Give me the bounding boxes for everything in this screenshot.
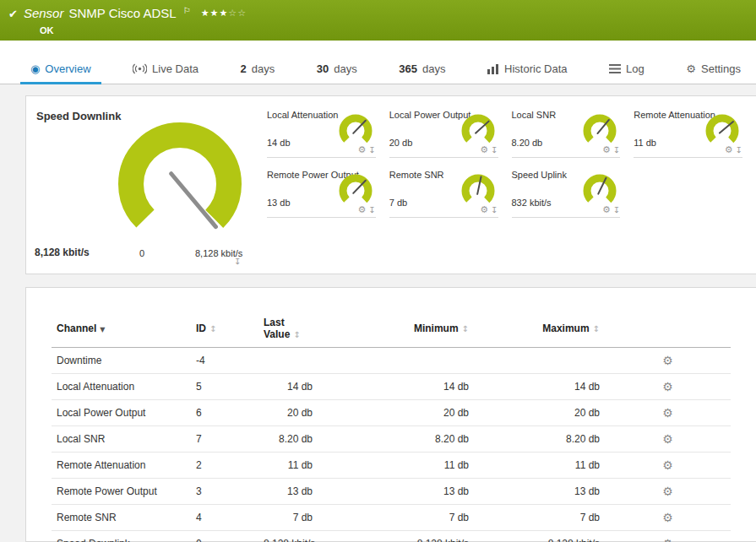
tab-live-data[interactable]: Live Data bbox=[128, 54, 204, 84]
log-icon bbox=[609, 64, 621, 73]
tab-settings[interactable]: ⚙ Settings bbox=[681, 54, 746, 84]
channel-name: Local Power Output bbox=[52, 400, 191, 426]
pin-icon[interactable]: ↧ bbox=[736, 145, 742, 154]
mini-gauge-footer: ⚙ ↧ bbox=[480, 204, 498, 215]
channel-minimum: 20 db bbox=[318, 400, 474, 426]
gear-icon[interactable]: ⚙ bbox=[357, 204, 366, 215]
tab-label: Log bbox=[626, 62, 645, 75]
col-header-id[interactable]: ID↕ bbox=[191, 310, 258, 348]
pin-icon[interactable]: ↧ bbox=[613, 145, 620, 154]
gear-icon[interactable]: ⚙ bbox=[602, 204, 611, 215]
gear-icon[interactable]: ⚙ bbox=[357, 144, 366, 155]
tab-label: Overview bbox=[45, 62, 90, 75]
channel-settings-icon[interactable]: ⚙ bbox=[662, 354, 673, 367]
channel-minimum: 7 db bbox=[318, 505, 474, 531]
historic-data-icon bbox=[487, 64, 499, 74]
col-header-label: Last Value bbox=[264, 317, 290, 340]
col-header-label: Minimum bbox=[414, 322, 459, 334]
col-header-last-value[interactable]: Last Value↕ bbox=[258, 310, 318, 348]
gear-icon[interactable]: ⚙ bbox=[480, 204, 488, 215]
flag-icon[interactable]: ⚐ bbox=[183, 3, 191, 18]
mini-gauge-value: 832 kbit/s bbox=[512, 198, 552, 208]
channel-name: Downtime bbox=[52, 348, 191, 374]
channel-settings-icon[interactable]: ⚙ bbox=[662, 432, 673, 446]
gear-icon[interactable]: ⚙ bbox=[725, 144, 733, 155]
channel-id: 7 bbox=[191, 426, 258, 453]
channel-maximum: 8,128 kbit/s bbox=[474, 531, 605, 542]
channel-name: Local SNR bbox=[52, 426, 191, 453]
channel-maximum bbox=[474, 348, 605, 374]
channel-minimum bbox=[318, 348, 474, 374]
col-header-channel[interactable]: Channel▼ bbox=[52, 310, 191, 348]
channel-name: Remote Attenuation bbox=[52, 453, 191, 479]
status-ok-check-icon: ✔ bbox=[8, 8, 18, 20]
channel-maximum: 7 db bbox=[474, 505, 605, 531]
channel-last-value: 11 db bbox=[258, 453, 318, 479]
channel-id: 5 bbox=[191, 374, 258, 400]
col-header-label: Channel bbox=[57, 322, 96, 334]
mini-gauge-cell: Local SNR 8.20 db ⚙ ↧ bbox=[512, 108, 621, 158]
tab-historic-data[interactable]: Historic Data bbox=[482, 54, 572, 84]
pin-icon[interactable]: ↧ bbox=[491, 145, 498, 154]
mini-gauge-cell: Remote Power Output 13 db ⚙ ↧ bbox=[267, 168, 376, 218]
channel-minimum: 11 db bbox=[318, 453, 474, 479]
gear-icon[interactable]: ⚙ bbox=[602, 144, 611, 155]
sort-icon: ↕ bbox=[293, 330, 300, 339]
mini-gauge-footer: ⚙ ↧ bbox=[480, 144, 498, 155]
channel-id: 3 bbox=[191, 479, 258, 505]
tab-label: days bbox=[422, 62, 445, 75]
table-row: Downtime -4 ⚙ bbox=[52, 348, 731, 374]
col-header-maximum[interactable]: Maximum↕ bbox=[474, 310, 605, 348]
tab-30-days[interactable]: 30 days bbox=[312, 54, 362, 84]
table-row: Remote Power Output 3 13 db 13 db 13 db … bbox=[52, 479, 731, 505]
channel-name: Speed Downlink bbox=[52, 531, 191, 542]
channel-settings-icon[interactable]: ⚙ bbox=[662, 485, 673, 498]
table-row: Local Attenuation 5 14 db 14 db 14 db ⚙ bbox=[52, 374, 731, 400]
channel-settings-icon[interactable]: ⚙ bbox=[662, 537, 673, 542]
channels-panel: Channel▼ ID↕ Last Value↕ Minimum↕ Maximu… bbox=[25, 287, 756, 542]
channel-maximum: 11 db bbox=[474, 453, 605, 479]
pin-icon[interactable]: ↧ bbox=[491, 205, 498, 214]
channel-maximum: 20 db bbox=[474, 400, 605, 426]
mini-gauge-footer: ⚙ ↧ bbox=[602, 144, 620, 155]
pin-icon[interactable]: ↧ bbox=[613, 205, 620, 214]
table-row: Remote Attenuation 2 11 db 11 db 11 db ⚙ bbox=[52, 453, 731, 479]
tab-label: Live Data bbox=[152, 62, 199, 75]
stars-filled: ★★★ bbox=[201, 8, 229, 19]
mini-gauge-cell: Remote Attenuation 11 db ⚙ ↧ bbox=[634, 108, 742, 158]
main-gauge-title: Speed Downlink bbox=[36, 110, 121, 122]
channel-settings-icon[interactable]: ⚙ bbox=[662, 406, 673, 420]
channel-minimum: 8,128 kbit/s bbox=[318, 531, 474, 542]
pin-icon[interactable]: ↧ bbox=[234, 257, 241, 266]
pin-icon[interactable]: ↧ bbox=[368, 205, 375, 214]
tab-2-days[interactable]: 2 days bbox=[236, 54, 280, 84]
table-row: Remote SNR 4 7 db 7 db 7 db ⚙ bbox=[52, 505, 731, 531]
prtg-sensor-page: ✔ Sensor SNMP Cisco ADSL ⚐ ★★★☆☆ OK ◉ Ov… bbox=[0, 0, 756, 542]
channel-last-value: 7 db bbox=[258, 505, 318, 531]
col-header-minimum[interactable]: Minimum↕ bbox=[318, 310, 474, 348]
tab-label: Historic Data bbox=[504, 62, 567, 75]
channel-minimum: 13 db bbox=[318, 479, 474, 505]
tab-label-number: 365 bbox=[399, 62, 417, 75]
mini-gauge-cell: Remote SNR 7 db ⚙ ↧ bbox=[389, 168, 498, 218]
tab-overview[interactable]: ◉ Overview bbox=[25, 54, 96, 84]
channel-settings-icon[interactable]: ⚙ bbox=[662, 458, 673, 472]
channel-id: 6 bbox=[191, 400, 258, 426]
priority-stars[interactable]: ★★★☆☆ bbox=[201, 6, 247, 20]
channel-last-value: 13 db bbox=[258, 479, 318, 505]
channel-settings-icon[interactable]: ⚙ bbox=[662, 511, 673, 524]
mini-gauges-grid: Local Attenuation 14 db ⚙ ↧ Local Power … bbox=[267, 108, 742, 218]
mini-gauge-value: 8.20 db bbox=[512, 138, 543, 148]
mini-gauge-footer: ⚙ ↧ bbox=[357, 204, 375, 215]
tab-log[interactable]: Log bbox=[604, 54, 650, 84]
overview-icon: ◉ bbox=[30, 62, 40, 75]
sensor-kind-label: Sensor bbox=[24, 6, 64, 20]
pin-icon[interactable]: ↧ bbox=[368, 145, 375, 154]
tab-365-days[interactable]: 365 days bbox=[394, 54, 450, 84]
channel-settings-icon[interactable]: ⚙ bbox=[662, 380, 673, 393]
table-header-row: Channel▼ ID↕ Last Value↕ Minimum↕ Maximu… bbox=[52, 310, 731, 348]
channel-id: 2 bbox=[191, 453, 258, 479]
mini-gauge-value: 11 db bbox=[634, 138, 656, 148]
gear-icon[interactable]: ⚙ bbox=[480, 144, 488, 155]
settings-gear-icon: ⚙ bbox=[686, 62, 696, 75]
